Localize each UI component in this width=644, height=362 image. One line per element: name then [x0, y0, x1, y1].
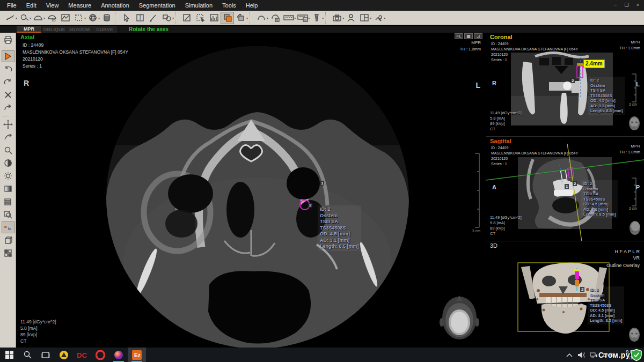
mesh-sphere-icon[interactable] [86, 12, 99, 24]
pointer-icon[interactable] [2, 50, 14, 62]
scale-bar [474, 153, 481, 230]
draw-shapes-icon[interactable] [160, 12, 173, 24]
magnify-region-icon[interactable] [2, 209, 14, 220]
rotate-stack-icon[interactable] [234, 12, 247, 24]
menu-help[interactable]: Help [246, 2, 258, 9]
app-yellow-triangle-icon[interactable] [55, 348, 73, 362]
rotate-view-icon[interactable] [2, 131, 14, 143]
menu-annotation[interactable]: Annotation [101, 2, 129, 9]
settings-wrench-icon[interactable] [371, 12, 385, 24]
status-hint: Rotate the axes [129, 26, 169, 32]
implant-marker-2[interactable]: 2 [570, 78, 575, 83]
tile-layout-icon[interactable] [2, 247, 14, 259]
svg-text:a: a [4, 224, 7, 229]
pencil-icon[interactable] [147, 12, 160, 24]
layout-grid-icon[interactable] [357, 12, 371, 24]
menu-measure[interactable]: Measure [68, 2, 91, 9]
mode-label: MPR [631, 144, 640, 149]
app-ez3d-icon[interactable]: Ez [128, 348, 146, 362]
tab-curve[interactable]: CURVE [92, 26, 117, 33]
menu-segmentation[interactable]: Segmentation [139, 2, 175, 9]
volume-cube-icon[interactable] [2, 234, 14, 246]
pan-icon[interactable] [2, 119, 14, 130]
head-orientation-icon[interactable] [628, 327, 641, 345]
arch-curve-icon[interactable] [254, 12, 268, 24]
menu-simulation[interactable]: Simulation [185, 2, 213, 9]
app-dc-icon[interactable]: DC [73, 348, 91, 362]
head-orientation-icon[interactable] [628, 220, 641, 239]
tray-chevron-icon[interactable] [566, 353, 573, 357]
fl-button[interactable]: FL [455, 33, 463, 39]
panorama-teeth-icon[interactable] [282, 12, 295, 24]
protractor-icon[interactable] [31, 12, 45, 24]
tab-mpr[interactable]: MPR [17, 26, 41, 33]
close-icon[interactable]: × [634, 2, 642, 9]
mode-label: MPR [631, 40, 640, 45]
redo-alt-icon[interactable] [2, 102, 14, 114]
grid-layout-icon[interactable]: ▦ [464, 33, 473, 39]
zoom-icon[interactable] [2, 144, 14, 156]
menu-bar: File Edit View Measure Annotation Segmen… [0, 0, 644, 11]
search-icon[interactable] [18, 348, 36, 362]
restore-icon[interactable]: ❏ [623, 2, 631, 9]
arch-curve-m-icon[interactable]: M [268, 12, 282, 24]
select-arrow-icon[interactable] [120, 12, 133, 24]
tab-oblique[interactable]: OBLIQUE [42, 26, 67, 33]
roi-rect-icon[interactable] [72, 12, 85, 24]
sagittal-view[interactable]: Sagittal MPR TH : 1.0mm ID : 24409MASLEN… [486, 137, 644, 241]
head-orientation-icon[interactable] [439, 291, 480, 344]
menu-view[interactable]: View [46, 2, 59, 9]
redo-icon[interactable] [2, 76, 14, 88]
profile-graph-icon[interactable] [58, 12, 72, 24]
panel-title-axial: Axial [20, 34, 34, 40]
print-icon[interactable] [2, 34, 14, 46]
menu-tools[interactable]: Tools [222, 2, 236, 9]
stack-layers-icon[interactable] [2, 196, 14, 208]
region-select-icon[interactable] [194, 12, 207, 24]
capture-camera-icon[interactable] [330, 12, 343, 24]
patient-person-icon[interactable] [344, 12, 357, 24]
histogram-icon[interactable] [207, 12, 221, 24]
windows-taskbar: DC Ez ENG 9:06 31. [0, 348, 644, 362]
tape-measure-icon[interactable] [17, 12, 31, 24]
volume-cylinder-icon[interactable] [100, 12, 113, 24]
memo-edit-icon[interactable] [180, 12, 194, 24]
app-opera-icon[interactable] [91, 348, 109, 362]
implant-marker-2[interactable]: 2 [308, 203, 312, 208]
task-view-icon[interactable] [36, 348, 55, 362]
undo-icon[interactable] [2, 63, 14, 75]
panorama-teeth-m-icon[interactable]: M [296, 12, 309, 24]
contrast-icon[interactable] [2, 157, 14, 169]
overlay-squares-icon[interactable] [221, 12, 234, 24]
implant-tool-icon[interactable] [310, 12, 323, 24]
head-orientation-icon[interactable] [628, 116, 641, 134]
start-button[interactable] [0, 348, 18, 362]
volume-icon[interactable] [577, 352, 585, 358]
text-annotation-icon[interactable]: ab [2, 221, 14, 233]
threed-view[interactable]: 3D H F A P L R VR Outline Overlay 2 ID: … [486, 241, 644, 348]
implant-marker-1[interactable]: 1 [565, 184, 569, 189]
text-tool-icon[interactable]: T [133, 12, 147, 24]
network-icon[interactable] [590, 352, 598, 358]
tab-3dzoom[interactable]: 3DZOOM [67, 26, 92, 33]
window-level-icon[interactable] [2, 183, 14, 195]
panel-title-coronal: Coronal [490, 34, 513, 40]
protractor-3d-icon[interactable]: 3D [45, 12, 58, 24]
orientation-anterior: A [492, 184, 496, 190]
menu-edit[interactable]: Edit [26, 2, 36, 9]
ruler-icon[interactable] [3, 12, 17, 24]
thickness-label: TH : 1.0mm [619, 46, 640, 50]
brightness-icon[interactable] [2, 170, 14, 182]
distance-measurement-tag[interactable]: 2.4mm [583, 60, 605, 68]
implant-marker-1[interactable]: 1 [320, 181, 324, 186]
app-gradient-circle-icon[interactable] [109, 348, 128, 362]
expand-icon[interactable]: ◿ [474, 33, 482, 39]
implant-marker-2[interactable]: 2 [573, 181, 577, 186]
delete-x-icon[interactable] [2, 89, 14, 101]
implant-marker-2[interactable]: 2 [580, 287, 584, 292]
minimize-icon[interactable]: – [611, 2, 619, 9]
menu-file[interactable]: File [7, 2, 17, 9]
axial-view[interactable]: Axial FL ▦ ◿ MPR TH : 1.0mm ID : 24409 M… [16, 33, 485, 348]
main-toolbar: ▾ ▾ ▾ 3D ▾ ▾ T ▾ ▾ ▾ M ▾ M▾ ▾ ▾ ▾ ▾ [0, 11, 644, 25]
coronal-view[interactable]: Coronal MPR TH : 1.0mm ID : 24409MASLENN… [486, 33, 644, 137]
